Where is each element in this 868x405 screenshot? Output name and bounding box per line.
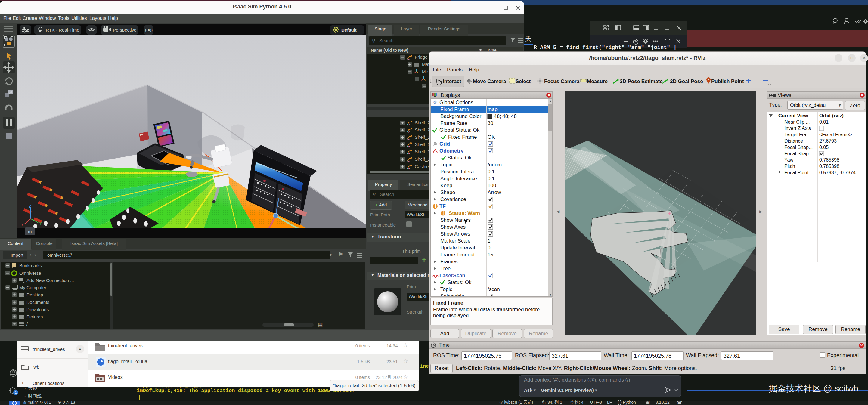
svg-text:/: / [27,321,28,326]
svg-text:Focus Camera: Focus Camera [544,79,580,84]
svg-text:Pictures: Pictures [27,314,43,319]
svg-text:LaserScan: LaserScan [439,273,465,278]
svg-text:Odometry: Odometry [439,148,464,154]
svg-text:⚙: ⚙ [433,100,437,105]
svg-text:((●)): ((●)) [145,28,153,32]
svg-text:Documents: Documents [27,300,49,305]
svg-text:Pitch: Pitch [784,164,795,169]
svg-text:Shelf_2: Shelf_2 [415,127,430,132]
svg-text:Yaw: Yaw [784,157,793,162]
svg-text:TF: TF [439,204,446,209]
svg-text:Z: Z [29,204,31,209]
svg-text:Global Status: Ok: Global Status: Ok [439,127,480,133]
svg-text:Shape: Shape [440,190,455,195]
svg-text:0.1: 0.1 [488,176,495,181]
svg-text:<Fixed Frame>: <Fixed Frame> [819,132,852,137]
svg-text:Publish Point: Publish Point [711,79,744,84]
svg-text:Grid: Grid [439,141,450,147]
svg-text:2D Pose Estimate: 2D Pose Estimate [620,79,663,84]
svg-text:Cashie: Cashie [415,164,429,169]
svg-text:Marker Scale: Marker Scale [440,238,470,244]
svg-text:Frame Timeout: Frame Timeout [440,252,475,257]
svg-text:Orbit (rviz): Orbit (rviz) [819,113,844,118]
svg-text:Shelf_1: Shelf_1 [415,149,430,154]
svg-text:Default: Default [341,27,356,32]
svg-text:Topic: Topic [440,162,452,167]
svg-text:Background Color: Background Color [440,114,481,119]
svg-text:RTX - Real-Time: RTX - Real-Time [46,27,80,32]
svg-text:Update Interval: Update Interval [440,245,475,251]
svg-text:30: 30 [488,120,493,126]
svg-text:Add New Connection ...: Add New Connection ... [27,278,74,283]
svg-text:Near Clip ...: Near Clip ... [784,120,810,125]
svg-text:15: 15 [488,252,493,257]
svg-text:My Computer: My Computer [19,285,46,290]
svg-text:Show Axes: Show Axes [440,224,466,230]
svg-text:Interact: Interact [443,79,461,84]
svg-text:map: map [488,106,497,112]
svg-text:Focal Shap...: Focal Shap... [784,151,813,156]
svg-text:2D Goal Pose: 2D Goal Pose [670,79,703,84]
svg-text:Current View: Current View [778,113,808,118]
svg-text:Covariance: Covariance [440,196,466,202]
svg-text:Fixed Frame: Fixed Frame [448,134,477,140]
svg-text:Select: Select [516,79,531,84]
svg-text:Frames: Frames [440,259,458,264]
svg-text:48; 48; 48: 48; 48; 48 [494,114,517,119]
svg-text:Global Options: Global Options [439,100,473,105]
svg-text:Omniverse: Omniverse [19,271,41,276]
svg-text:Shelf_1: Shelf_1 [415,156,430,162]
svg-text:Focal Point: Focal Point [784,170,809,175]
svg-text:Frame Rate: Frame Rate [440,120,467,126]
svg-text:Fridge: Fridge [415,55,428,60]
svg-text:Tree: Tree [440,266,451,272]
svg-text:m: m [28,229,32,234]
svg-text:Invert Z Axis: Invert Z Axis [784,126,811,131]
svg-text:0.785398: 0.785398 [819,157,839,162]
svg-text:Downloads: Downloads [27,307,49,312]
svg-text:Status: Ok: Status: Ok [447,280,472,285]
svg-text:Perspective: Perspective [113,27,136,32]
svg-text:Distance: Distance [784,138,803,144]
svg-text:Keep: Keep [440,183,452,188]
svg-text:Angle Tolerance: Angle Tolerance [440,176,477,181]
svg-text:/odom: /odom [488,162,502,167]
svg-text:Position Tolera...: Position Tolera... [440,169,478,175]
svg-text:100: 100 [488,183,496,188]
svg-text:27.6793: 27.6793 [819,138,837,144]
svg-text:Topic: Topic [440,286,452,292]
svg-text:0.57937; -0.7374...: 0.57937; -0.7374... [819,170,860,175]
svg-text:Target Fra...: Target Fra... [784,132,810,137]
svg-text:Shelf_2: Shelf_2 [415,120,430,125]
svg-text:Measure: Measure [587,79,608,84]
svg-text:1: 1 [488,238,490,244]
svg-text:Show Arrows: Show Arrows [440,231,470,237]
svg-text:Bookmarks: Bookmarks [19,263,42,268]
svg-text:0.1: 0.1 [488,169,495,175]
svg-text:0.01: 0.01 [819,120,829,125]
svg-text:Me: Me [422,69,428,74]
svg-text:Shelf_2: Shelf_2 [415,142,430,147]
svg-text:Status: Warn: Status: Warn [449,210,480,216]
svg-text:/scan: /scan [488,286,500,292]
svg-text:Selectable: Selectable [440,293,464,297]
svg-text:0.05: 0.05 [819,145,829,150]
svg-text:0.785398: 0.785398 [819,164,839,169]
svg-text:X: X [21,223,24,227]
svg-text:0: 0 [488,245,490,251]
svg-text:Status: Ok: Status: Ok [447,155,472,161]
svg-text:OK: OK [488,134,495,140]
svg-text:Fixed Frame: Fixed Frame [440,106,469,112]
svg-text:Shelf_1: Shelf_1 [415,134,430,139]
svg-text:Arrow: Arrow [488,190,501,195]
svg-text:Move Camera: Move Camera [473,79,506,84]
svg-text:Desktop: Desktop [27,292,43,297]
svg-text:Y: Y [39,222,42,226]
svg-text:Focal Shap...: Focal Shap... [784,145,813,150]
svg-text:Mat: Mat [422,62,430,67]
